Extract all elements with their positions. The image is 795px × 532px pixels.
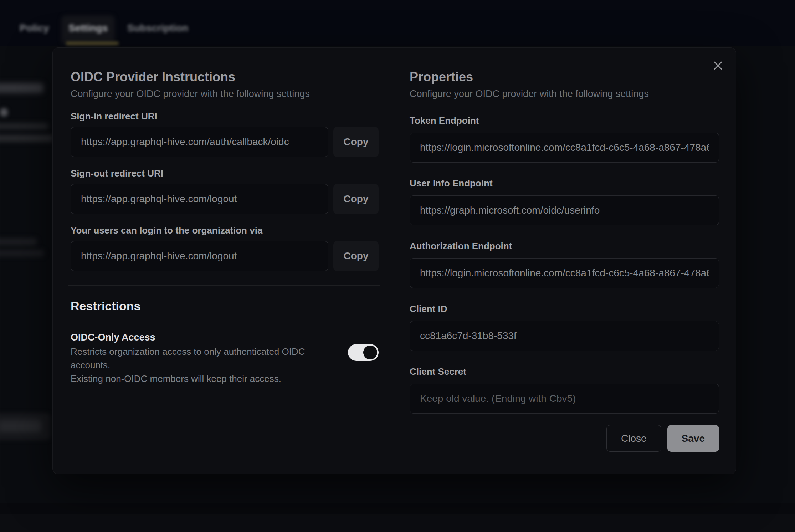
modal-actions: Close Save [410,425,719,452]
toggle-knob [363,346,377,359]
organization-login-uri-label: Your users can login to the organization… [71,225,379,236]
oidc-only-access-description: Restricts organization access to only au… [71,345,320,385]
properties-title: Properties [410,69,719,85]
blurred-text-fragment [0,135,53,142]
copy-sign-in-uri-button[interactable]: Copy [333,127,379,157]
sign-out-redirect-uri-label: Sign-out redirect URI [71,168,379,179]
client-id-label: Client ID [410,303,719,314]
blurred-background-button [0,413,51,440]
blurred-dot [0,108,8,117]
user-info-endpoint-label: User Info Endpoint [410,178,719,189]
blurred-text-fragment [0,123,48,129]
token-endpoint-label: Token Endpoint [410,115,719,126]
footer-band [0,514,795,532]
blurred-text-fragment [0,238,37,245]
blurred-background-button-label [0,420,41,432]
close-button[interactable]: Close [606,425,661,452]
copy-sign-out-uri-button[interactable]: Copy [333,184,379,214]
properties-section: Properties Configure your OIDC provider … [410,48,719,452]
sign-in-redirect-uri-label: Sign-in redirect URI [71,111,379,122]
background-tab-bar: Policy Settings Subscription [0,20,250,41]
description-line-1: Restricts organization access to only au… [71,345,320,372]
blurred-text-fragment [0,83,43,93]
sign-in-redirect-uri-row: Copy [71,127,379,157]
column-divider [395,48,395,474]
sign-out-redirect-uri-input[interactable] [71,184,328,214]
authorization-endpoint-input[interactable] [410,258,719,288]
footer-divider-band [0,503,795,514]
tab-settings[interactable]: Settings [68,22,108,34]
organization-login-uri-row: Copy [71,241,379,271]
oidc-settings-modal: OIDC Provider Instructions Configure you… [52,47,736,474]
copy-login-uri-button[interactable]: Copy [333,241,379,271]
tab-subscription[interactable]: Subscription [127,22,188,34]
active-tab-indicator [66,42,119,45]
properties-subtitle: Configure your OIDC provider with the fo… [410,88,719,100]
token-endpoint-input[interactable] [410,133,719,163]
organization-login-uri-input[interactable] [71,241,328,271]
blurred-text-fragment [0,250,44,257]
client-secret-input[interactable] [410,384,719,414]
save-button[interactable]: Save [667,425,719,452]
description-line-2: Existing non-OIDC members will keep thei… [71,372,320,385]
sign-out-redirect-uri-row: Copy [71,184,379,214]
client-id-input[interactable] [410,321,719,351]
instructions-subtitle: Configure your OIDC provider with the fo… [71,88,379,100]
oidc-only-access-label: OIDC-Only Access [71,331,379,343]
instructions-title: OIDC Provider Instructions [71,69,379,85]
client-secret-label: Client Secret [410,366,719,377]
restrictions-divider [68,285,380,286]
oidc-instructions-section: OIDC Provider Instructions Configure you… [71,48,379,385]
restrictions-title: Restrictions [71,298,379,313]
user-info-endpoint-input[interactable] [410,195,719,225]
oidc-only-access-toggle[interactable] [348,344,379,361]
sign-in-redirect-uri-input[interactable] [71,127,328,157]
screen: Policy Settings Subscription OIDC Provid… [0,0,795,532]
oidc-only-access-row: OIDC-Only Access Restricts organization … [71,331,379,385]
tab-policy[interactable]: Policy [20,22,49,34]
authorization-endpoint-label: Authorization Endpoint [410,240,719,252]
